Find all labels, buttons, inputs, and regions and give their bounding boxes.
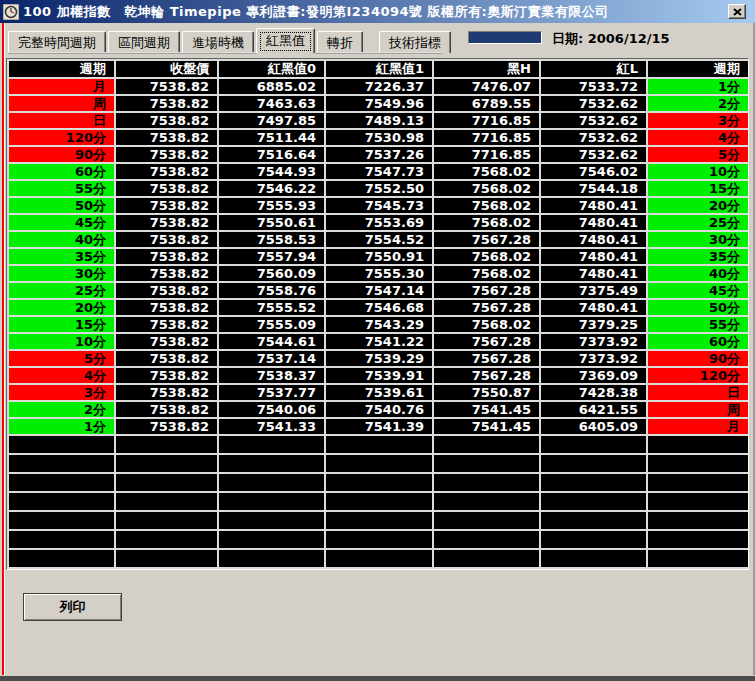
cell-empty — [648, 455, 748, 472]
close-icon — [733, 8, 742, 16]
cell-value: 7568.02 — [434, 249, 539, 264]
cell-value: 7544.61 — [219, 334, 324, 349]
cell-period-right: 5分 — [648, 147, 748, 162]
cell-period-left: 周 — [9, 96, 114, 111]
cell-value: 7568.02 — [434, 198, 539, 213]
cell-empty — [9, 455, 114, 472]
tab-red-black-value[interactable]: 紅黑值 — [256, 28, 315, 53]
cell-value: 7476.07 — [434, 79, 539, 94]
cell-value: 7567.28 — [434, 232, 539, 247]
cell-period-left: 50分 — [9, 198, 114, 213]
cell-value: 7379.25 — [541, 317, 646, 332]
cell-period-right: 2分 — [648, 96, 748, 111]
cell-value: 6885.02 — [219, 79, 324, 94]
cell-value: 7716.85 — [434, 147, 539, 162]
cell-value: 7568.02 — [434, 215, 539, 230]
close-button[interactable] — [728, 4, 746, 19]
cell-empty — [326, 455, 432, 472]
cell-empty — [326, 550, 432, 567]
cell-value: 7716.85 — [434, 130, 539, 145]
cell-empty — [219, 436, 324, 453]
cell-empty — [9, 531, 114, 548]
cell-value: 7555.93 — [219, 198, 324, 213]
cell-period-left: 5分 — [9, 351, 114, 366]
cell-value: 7716.85 — [434, 113, 539, 128]
cell-value: 7538.82 — [116, 147, 217, 162]
cell-value: 7546.02 — [541, 164, 646, 179]
cell-period-right: 50分 — [648, 300, 748, 315]
cell-period-right: 周 — [648, 402, 748, 417]
header-redblack1: 紅黑值1 — [326, 61, 432, 77]
cell-value: 7540.06 — [219, 402, 324, 417]
cell-period-right: 3分 — [648, 113, 748, 128]
cell-value: 7541.39 — [326, 419, 432, 434]
cell-empty — [648, 531, 748, 548]
cell-value: 7532.62 — [541, 113, 646, 128]
cell-period-left: 45分 — [9, 215, 114, 230]
cell-empty — [434, 493, 539, 510]
cell-period-left: 40分 — [9, 232, 114, 247]
cell-value: 7480.41 — [541, 232, 646, 247]
cell-period-left: 4分 — [9, 368, 114, 383]
cell-value: 7538.37 — [219, 368, 324, 383]
cell-empty — [116, 531, 217, 548]
cell-period-right: 日 — [648, 385, 748, 400]
cell-period-right: 120分 — [648, 368, 748, 383]
cell-value: 6421.55 — [541, 402, 646, 417]
cell-value: 7541.33 — [219, 419, 324, 434]
cell-empty — [541, 474, 646, 491]
cell-value: 7428.38 — [541, 385, 646, 400]
cell-value: 7538.82 — [116, 402, 217, 417]
cell-value: 7532.62 — [541, 147, 646, 162]
cell-value: 7530.98 — [326, 130, 432, 145]
tab-turning-point[interactable]: 轉折 — [317, 31, 363, 53]
cell-value: 7538.82 — [116, 96, 217, 111]
cell-value: 7544.93 — [219, 164, 324, 179]
cell-value: 7497.85 — [219, 113, 324, 128]
tab-technical-indicator[interactable]: 技術指標 — [379, 31, 451, 53]
header-close: 收盤價 — [116, 61, 217, 77]
cell-value: 7552.50 — [326, 181, 432, 196]
cell-value: 7373.92 — [541, 334, 646, 349]
progress-fill — [469, 32, 541, 43]
cell-value: 7567.28 — [434, 334, 539, 349]
cell-period-right: 月 — [648, 419, 748, 434]
cell-value: 7511.44 — [219, 130, 324, 145]
cell-value: 7567.28 — [434, 300, 539, 315]
cell-value: 7553.69 — [326, 215, 432, 230]
cell-empty — [326, 512, 432, 529]
cell-value: 7480.41 — [541, 215, 646, 230]
date-label: 日期: 2006/12/15 — [552, 30, 670, 48]
cell-empty — [541, 436, 646, 453]
cell-empty — [219, 474, 324, 491]
cell-value: 7489.13 — [326, 113, 432, 128]
cell-empty — [541, 512, 646, 529]
cell-value: 7568.02 — [434, 317, 539, 332]
cell-period-left: 10分 — [9, 334, 114, 349]
cell-value: 7541.45 — [434, 419, 539, 434]
tab-full-time-period[interactable]: 完整時間週期 — [8, 31, 106, 53]
cell-empty — [541, 455, 646, 472]
tab-range-period[interactable]: 區間週期 — [108, 31, 180, 53]
cell-empty — [116, 455, 217, 472]
cell-empty — [219, 512, 324, 529]
cell-value: 7538.82 — [116, 181, 217, 196]
cell-period-right: 35分 — [648, 249, 748, 264]
cell-value: 7539.61 — [326, 385, 432, 400]
cell-value: 7538.82 — [116, 232, 217, 247]
print-button[interactable]: 列印 — [23, 593, 122, 621]
cell-empty — [9, 512, 114, 529]
cell-period-right: 30分 — [648, 232, 748, 247]
cell-value: 7532.62 — [541, 96, 646, 111]
app-icon — [3, 4, 19, 20]
cell-value: 7226.37 — [326, 79, 432, 94]
cell-value: 7538.82 — [116, 79, 217, 94]
tab-entry-timing[interactable]: 進場時機 — [182, 31, 254, 53]
cell-value: 7550.87 — [434, 385, 539, 400]
cell-empty — [541, 550, 646, 567]
cell-value: 7538.82 — [116, 130, 217, 145]
cell-value: 7538.82 — [116, 215, 217, 230]
cell-value: 7538.82 — [116, 368, 217, 383]
cell-value: 7539.29 — [326, 351, 432, 366]
cell-value: 7568.02 — [434, 164, 539, 179]
